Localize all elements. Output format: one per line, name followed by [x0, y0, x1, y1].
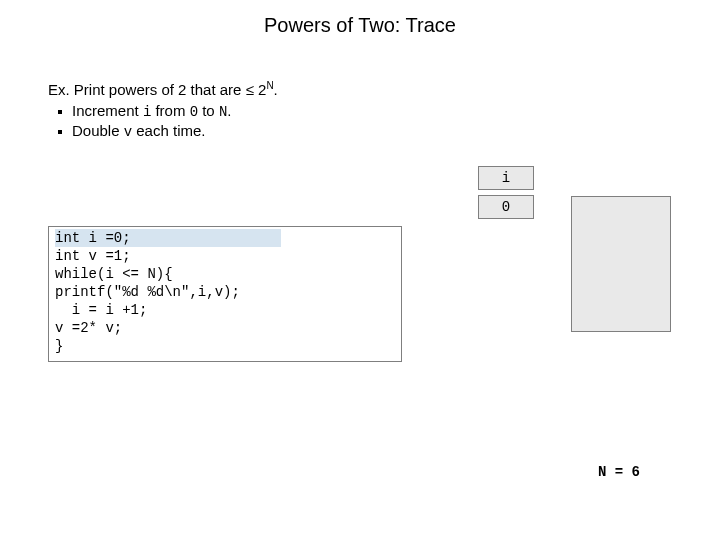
code-line-5: i = i +1;	[55, 302, 147, 318]
example-line: Ex. Print powers of 2 that are ≤ 2N.	[48, 80, 690, 98]
n-equals-footer: N = 6	[598, 464, 640, 480]
leq-symbol: ≤	[246, 81, 254, 98]
example-text-after: .	[274, 81, 278, 98]
b2-mid: each time.	[132, 122, 205, 139]
body: Ex. Print powers of 2 that are ≤ 2N. Inc…	[48, 80, 690, 142]
trace-value-0: 0	[478, 195, 534, 219]
slide-title: Powers of Two: Trace	[0, 14, 720, 37]
b1-mid2: to	[198, 102, 219, 119]
b2-pre: Double	[72, 122, 124, 139]
output-box	[571, 196, 671, 332]
code-line-6: v =2* v;	[55, 320, 122, 336]
b1-code-0: 0	[190, 104, 198, 120]
code-line-3: while(i <= N){	[55, 266, 173, 282]
code-line-4: printf("%d %d\n",i,v);	[55, 284, 240, 300]
exponent-n: N	[266, 80, 273, 91]
example-text-before: Print powers of 2 that are	[74, 81, 246, 98]
bullet-list: Increment i from 0 to N. Double v each t…	[48, 102, 690, 140]
b1-mid: from	[151, 102, 189, 119]
slide: Powers of Two: Trace Ex. Print powers of…	[0, 0, 720, 540]
code-line-1-highlighted: int i =0;	[55, 229, 281, 247]
b2-code-v: v	[124, 124, 132, 140]
bullet-1: Increment i from 0 to N.	[72, 102, 690, 120]
code-block: int i =0; int v =1; while(i <= N){ print…	[48, 226, 402, 362]
code-line-7: }	[55, 338, 63, 354]
code-line-2: int v =1;	[55, 248, 131, 264]
b1-post: .	[227, 102, 231, 119]
trace-header-i: i	[478, 166, 534, 190]
bullet-2: Double v each time.	[72, 122, 690, 140]
b1-pre: Increment	[72, 102, 143, 119]
example-label: Ex.	[48, 81, 70, 98]
